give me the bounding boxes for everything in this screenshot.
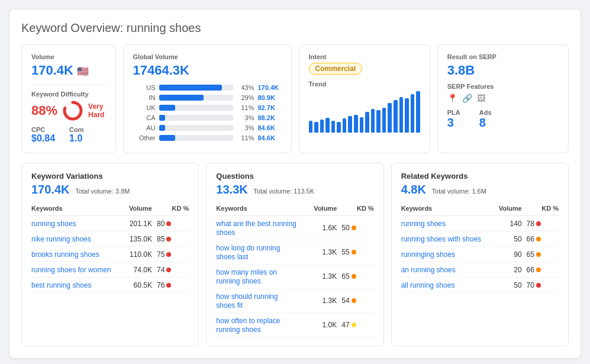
- keyword-link[interactable]: runninging shoes: [401, 250, 455, 259]
- trend-bar: [405, 98, 409, 133]
- global-volume-card: Global Volume 17464.3K US 43% 170.4K IN …: [123, 44, 292, 153]
- q-sub: Total volume: 113.5K: [253, 188, 314, 195]
- table-row: how long do running shoes last 1.3K 55: [216, 240, 373, 265]
- keyword-variations-card: Keyword Variations 170.4K Total volume: …: [21, 163, 199, 346]
- trend-bar: [354, 115, 358, 133]
- trend-bar: [348, 116, 352, 133]
- com-item: Com 1.0: [69, 126, 83, 144]
- table-row: runninging shoes 90 65: [401, 247, 559, 262]
- questions-card: Questions 13.3K Total volume: 113.5K Key…: [206, 163, 383, 346]
- table-row: nike running shoes 135.0K 85: [31, 231, 189, 247]
- rk-table-header: Keywords Volume KD %: [401, 201, 559, 216]
- trend-label: Trend: [309, 80, 420, 88]
- trend-bar: [309, 121, 313, 133]
- keyword-link[interactable]: an running shoes: [401, 266, 456, 274]
- keyword-link[interactable]: running shoes: [401, 220, 446, 228]
- kv-section-title: Keyword Variations: [31, 172, 189, 181]
- keyword-link[interactable]: how often to replace running shoes: [216, 317, 280, 334]
- kd-meter: [62, 100, 83, 121]
- bar-row: IN 29% 80.9K: [133, 94, 282, 101]
- serp-icons: 📍 🔗 🖼: [447, 94, 559, 103]
- kd-value: 88%: [31, 103, 57, 118]
- trend-bar: [399, 97, 404, 133]
- q-table-header: Keywords Volume KD %: [216, 201, 373, 216]
- cpc-item: CPC $0.84: [31, 126, 55, 144]
- table-row: all running shoes 50 70: [401, 278, 559, 293]
- kv-table-header: Keywords Volume KD %: [31, 201, 189, 216]
- serp-icon-image: 🖼: [477, 94, 485, 103]
- keyword-link[interactable]: nike running shoes: [31, 235, 91, 243]
- kd-hard-text: Very Hard: [88, 102, 105, 119]
- table-row: brooks running shoes 110.0K 75: [31, 247, 189, 262]
- table-row: running shoes with shoes 50 66: [401, 231, 559, 247]
- bar-row: CA 3% 88.2K: [133, 114, 282, 121]
- kv-count: 170.4K: [31, 183, 70, 196]
- keyword-link[interactable]: running shoes with shoes: [401, 235, 481, 243]
- volume-value: 170.4K 🇺🇸: [31, 63, 106, 78]
- table-row: running shoes 201.1K 80: [31, 216, 189, 231]
- table-row: running shoes for women 74.0K 74: [31, 262, 189, 278]
- table-row: what are the best running shoes 1.6K 50: [216, 216, 373, 240]
- kv-sub: Total volume: 3.8M: [75, 188, 130, 195]
- keyword-link[interactable]: all running shoes: [401, 281, 455, 289]
- serp-icon-pin: 📍: [447, 94, 457, 103]
- table-row: running shoes 140 78: [401, 216, 559, 231]
- rk-count: 4.8K: [401, 183, 426, 196]
- trend-bar: [376, 110, 381, 133]
- trend-bar: [382, 108, 386, 133]
- serp-icon-link: 🔗: [462, 94, 472, 103]
- intent-card: Intent Commercial Trend: [299, 44, 430, 153]
- rk-table-body: running shoes 140 78 running shoes with …: [401, 216, 559, 293]
- q-table-body: what are the best running shoes 1.6K 50 …: [216, 216, 373, 337]
- trend-bar: [388, 103, 392, 133]
- serp-result-label: Result on SERP: [447, 53, 559, 60]
- table-row: how often to replace running shoes 1.0K …: [216, 313, 373, 337]
- rk-sub: Total volume: 1.6M: [432, 188, 486, 195]
- q-count: 13.3K: [216, 183, 247, 196]
- intent-badge: Commercial: [309, 63, 363, 75]
- trend-bar: [343, 118, 347, 133]
- bar-row: AU 3% 84.6K: [133, 124, 282, 131]
- table-row: how should running shoes fit 1.3K 54: [216, 289, 373, 313]
- serp-card: Result on SERP 3.8B SERP Features 📍 🔗 🖼 …: [437, 44, 569, 153]
- table-row: best running shoes 60.5K 76: [31, 278, 189, 293]
- volume-card: Volume 170.4K 🇺🇸 Keyword Difficulty 88% …: [21, 44, 116, 153]
- bar-row: US 43% 170.4K: [133, 84, 282, 91]
- keyword-link[interactable]: how long do running shoes last: [216, 244, 280, 261]
- keyword-link[interactable]: best running shoes: [31, 281, 91, 289]
- global-label: Global Volume: [133, 53, 282, 60]
- volume-label: Volume: [31, 53, 106, 60]
- trend-bar: [325, 118, 330, 133]
- keyword-link[interactable]: how should running shoes fit: [216, 292, 278, 310]
- pla-ads-row: PLA 3 Ads 8: [447, 109, 559, 130]
- kd-label: Keyword Difficulty: [31, 91, 106, 98]
- rk-section-title: Related Keywords: [401, 172, 559, 181]
- trend-bar: [371, 109, 375, 133]
- keyword-link[interactable]: brooks running shoes: [31, 250, 99, 259]
- page-title: Keyword Overview: running shoes: [21, 21, 569, 35]
- table-row: an running shoes 20 66: [401, 262, 559, 278]
- trend-chart: [309, 91, 420, 133]
- keyword-link[interactable]: how many miles on running shoes: [216, 268, 277, 285]
- keyword-link[interactable]: what are the best running shoes: [216, 220, 296, 237]
- serp-features-label: SERP Features: [447, 83, 559, 90]
- keyword-link[interactable]: running shoes: [31, 220, 76, 228]
- bar-row: Other 11% 84.6K: [133, 134, 282, 141]
- serp-result-value: 3.8B: [447, 63, 559, 78]
- q-section-title: Questions: [216, 172, 373, 181]
- trend-bar: [314, 122, 318, 133]
- trend-bar: [394, 100, 398, 133]
- intent-label: Intent: [309, 53, 420, 60]
- trend-bar: [360, 117, 364, 133]
- pla-item: PLA 3: [447, 109, 460, 130]
- ads-item: Ads 8: [479, 109, 492, 130]
- trend-bar: [320, 120, 324, 133]
- bar-container: US 43% 170.4K IN 29% 80.9K UK 11% 92.7K …: [133, 84, 282, 141]
- trend-bar: [331, 121, 336, 133]
- title-prefix: Keyword Overview:: [21, 21, 123, 34]
- trend-bar: [365, 112, 369, 133]
- global-value: 17464.3K: [133, 63, 282, 78]
- keyword-link[interactable]: running shoes for women: [31, 266, 111, 274]
- bar-row: UK 11% 92.7K: [133, 104, 282, 111]
- trend-bar: [416, 91, 420, 133]
